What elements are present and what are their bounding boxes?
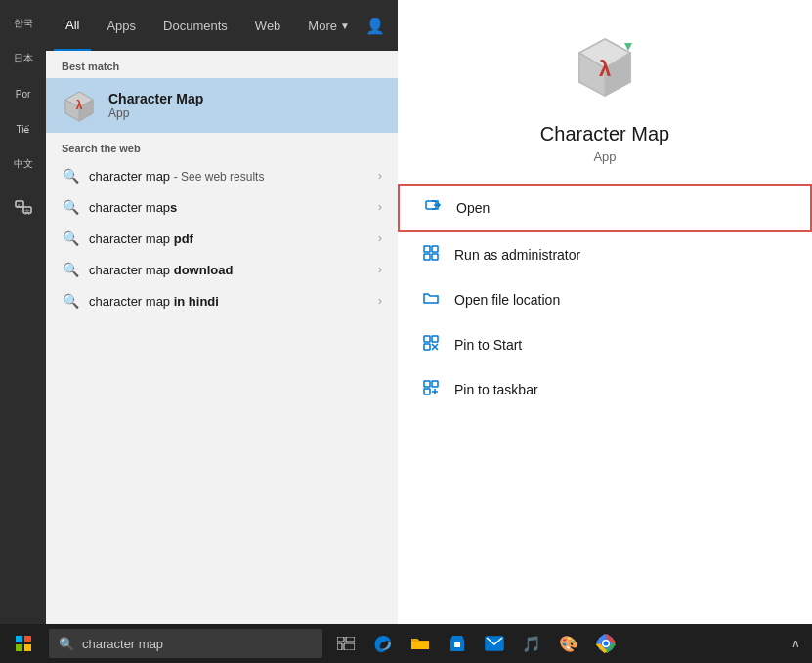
chevron-down-icon: ▼ [340, 21, 350, 31]
svg-rect-18 [432, 246, 438, 252]
folder-icon [421, 289, 441, 311]
sidebar-lang-chinese[interactable]: 中文 [4, 148, 43, 180]
start-button[interactable] [4, 624, 43, 663]
svg-rect-26 [424, 381, 430, 387]
action-pin-taskbar-label: Pin to taskbar [454, 382, 538, 397]
web-search-label: Search the web [46, 133, 398, 160]
store-button[interactable] [440, 626, 475, 661]
svg-rect-40 [454, 642, 460, 647]
charmap-app-icon-large: λ [566, 29, 644, 107]
svg-rect-38 [344, 643, 355, 650]
action-pin-start[interactable]: Pin to Start [398, 322, 812, 367]
app-type: App [593, 149, 616, 164]
arrow-icon-4: › [378, 263, 382, 276]
search-result-text-3: character map pdf [89, 231, 368, 246]
arrow-icon-1: › [378, 169, 382, 183]
svg-rect-35 [337, 637, 344, 642]
paint-button[interactable]: 🎨 [551, 626, 586, 661]
best-match-item[interactable]: λ Character Map App [46, 78, 398, 133]
action-admin-label: Run as administrator [454, 247, 580, 263]
system-tray[interactable]: ∧ [791, 637, 800, 650]
arrow-icon-2: › [378, 200, 382, 214]
right-panel: λ Character Map App Open [398, 0, 812, 634]
search-result-text-4: character map download [89, 263, 368, 277]
action-file-label: Open file location [454, 292, 560, 308]
best-match-label: Best match [46, 51, 398, 78]
svg-text:λ: λ [76, 99, 83, 112]
best-match-text: Character Map App [108, 91, 203, 120]
svg-point-45 [604, 642, 609, 646]
action-file-location[interactable]: Open file location [398, 277, 812, 322]
sidebar: 한국 日本 Por Tiế 中文 A 文 [0, 0, 46, 634]
search-result-2[interactable]: 🔍 character maps › [46, 191, 398, 223]
file-explorer-button[interactable] [403, 626, 438, 661]
sidebar-translate[interactable]: A 文 [4, 191, 43, 223]
tab-apps[interactable]: Apps [95, 0, 148, 51]
taskbar-search-text: character map [82, 637, 163, 651]
open-icon [423, 197, 443, 219]
search-icon-5: 🔍 [62, 293, 79, 309]
edge-button[interactable] [365, 626, 401, 661]
search-result-text-1: character map - See web results [89, 169, 368, 184]
pin-start-icon [421, 334, 441, 355]
sidebar-lang-vietnamese[interactable]: Tiế [4, 113, 43, 145]
admin-icon [421, 244, 441, 266]
tabs-bar: All Apps Documents Web More ▼ 👤 ··· [46, 0, 398, 51]
pin-taskbar-icon [421, 379, 441, 400]
action-pin-start-label: Pin to Start [454, 337, 522, 352]
taskbar-right-area: ∧ [791, 637, 808, 650]
svg-rect-19 [424, 254, 430, 260]
taskbar-search-box[interactable]: 🔍 character map [49, 629, 322, 658]
svg-rect-36 [346, 637, 355, 642]
svg-rect-17 [424, 246, 430, 252]
svg-rect-22 [432, 336, 438, 342]
tab-documents[interactable]: Documents [151, 0, 239, 51]
task-view-button[interactable] [328, 626, 363, 661]
action-pin-taskbar[interactable]: Pin to taskbar [398, 367, 812, 412]
search-panel: All Apps Documents Web More ▼ 👤 ··· Best… [46, 0, 398, 634]
mail-button[interactable] [477, 626, 512, 661]
svg-rect-27 [432, 381, 438, 387]
svg-rect-37 [337, 643, 342, 650]
action-open[interactable]: Open [398, 184, 812, 232]
search-icon-4: 🔍 [62, 262, 79, 277]
arrow-icon-5: › [378, 294, 382, 308]
person-icon[interactable]: 👤 [365, 17, 385, 35]
search-result-3[interactable]: 🔍 character map pdf › [46, 223, 398, 254]
tab-all[interactable]: All [54, 0, 91, 51]
sidebar-lang-korean[interactable]: 한국 [4, 8, 43, 39]
svg-rect-21 [424, 336, 430, 342]
search-result-1[interactable]: 🔍 character map - See web results › [46, 160, 398, 191]
sidebar-lang-portuguese[interactable]: Por [4, 78, 43, 109]
search-icon-2: 🔍 [62, 199, 79, 215]
search-icon-3: 🔍 [62, 230, 79, 246]
search-result-5[interactable]: 🔍 character map in hindi › [46, 285, 398, 316]
svg-rect-20 [432, 254, 438, 260]
arrow-icon-3: › [378, 231, 382, 245]
charmap-app-icon-small: λ [62, 88, 97, 123]
action-list: Open Run as administrator Open file l [398, 184, 812, 412]
action-open-label: Open [456, 200, 490, 216]
svg-rect-33 [16, 644, 22, 651]
search-icon-1: 🔍 [62, 168, 79, 184]
search-result-text-2: character maps [89, 200, 368, 215]
svg-rect-34 [24, 644, 31, 651]
tab-more[interactable]: More ▼ [296, 0, 362, 51]
taskbar: 🔍 character map [0, 624, 812, 663]
svg-rect-28 [424, 389, 430, 394]
svg-rect-32 [24, 636, 31, 642]
chrome-button[interactable] [588, 626, 623, 661]
app-name-large: Character Map [540, 123, 669, 145]
best-match-subtitle: App [108, 106, 203, 120]
search-result-4[interactable]: 🔍 character map download › [46, 254, 398, 285]
search-result-text-5: character map in hindi [89, 294, 368, 309]
svg-text:λ: λ [599, 57, 611, 81]
svg-text:A: A [16, 203, 20, 209]
media-button[interactable]: 🎵 [514, 626, 549, 661]
taskbar-search-icon: 🔍 [59, 637, 74, 651]
action-run-admin[interactable]: Run as administrator [398, 232, 812, 277]
svg-rect-23 [424, 344, 430, 350]
tab-web[interactable]: Web [243, 0, 293, 51]
sidebar-lang-japanese[interactable]: 日本 [4, 43, 43, 74]
best-match-title: Character Map [108, 91, 203, 106]
